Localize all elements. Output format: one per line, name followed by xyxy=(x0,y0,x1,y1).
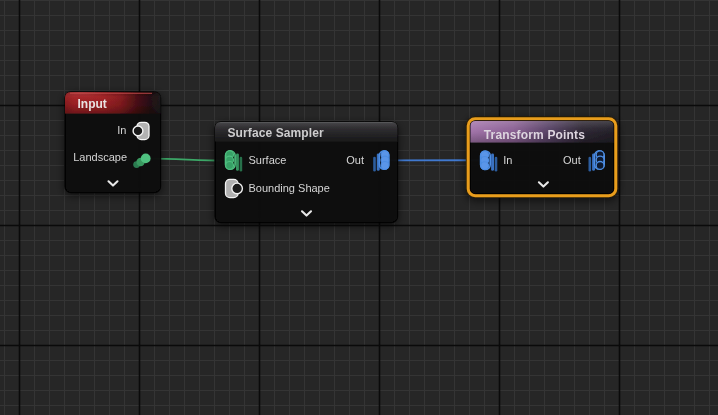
svg-text:Out: Out xyxy=(563,154,581,166)
svg-text:Surface Sampler: Surface Sampler xyxy=(228,126,324,140)
svg-text:Surface: Surface xyxy=(249,154,287,166)
svg-text:Input: Input xyxy=(78,97,107,111)
svg-text:In: In xyxy=(503,154,512,166)
svg-text:Bounding Shape: Bounding Shape xyxy=(249,182,330,194)
svg-text:Transform Points: Transform Points xyxy=(484,128,585,142)
svg-text:In: In xyxy=(117,124,126,136)
svg-text:Landscape: Landscape xyxy=(73,151,127,163)
svg-text:Out: Out xyxy=(346,154,364,166)
